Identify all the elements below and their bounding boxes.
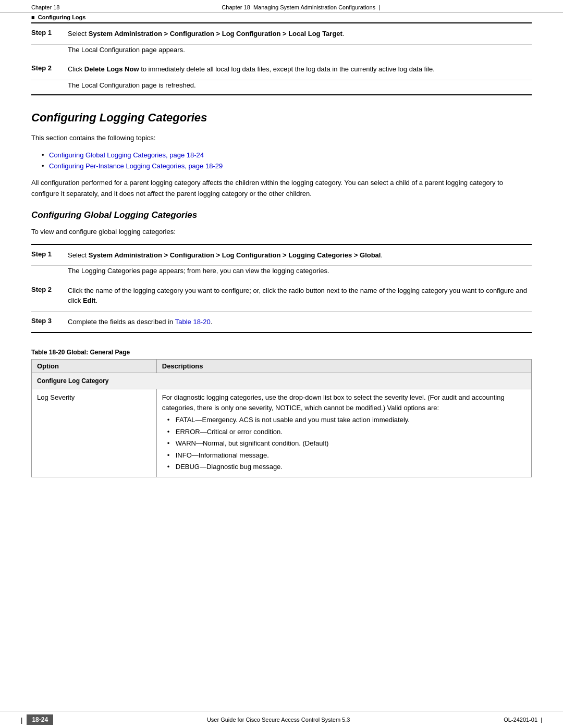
link-1[interactable]: Configuring Global Logging Categories, p… (49, 151, 204, 159)
global-step-content-2: Click the name of the logging category y… (68, 286, 532, 306)
links-list: Configuring Global Logging Categories, p… (31, 150, 532, 172)
bullet-error-text: ERROR—Critical or error condition. (176, 428, 283, 436)
breadcrumb-icon: ■ (31, 14, 36, 20)
main-content: Step 1 Select System Administration > Co… (0, 22, 563, 519)
footer-center: User Guide for Cisco Secure Access Contr… (207, 717, 350, 723)
step-sub-1: The Local Configuration page appears. (31, 45, 532, 59)
step-sub-1-text: The Local Configuration page appears. (68, 46, 185, 54)
breadcrumb-text: Configuring Logs (38, 14, 86, 20)
global-step-row-2: Step 2 Click the name of the logging cat… (31, 280, 532, 312)
bullet-fatal-text: FATAL—Emergency. ACS is not usable and y… (176, 416, 410, 424)
bullet-error: ERROR—Critical or error condition. (167, 427, 526, 437)
bullet-warn: WARN—Normal, but significant condition. … (167, 438, 526, 449)
global-step-label-3: Step 3 (31, 317, 68, 325)
bullet-info: INFO—Informational message. (167, 450, 526, 461)
step-sub-2: The Local Configuration page is refreshe… (31, 80, 532, 95)
step-label-2: Step 2 (31, 64, 68, 72)
step-row-2: Step 2 Click Delete Logs Now to immediat… (31, 59, 532, 80)
global-step-row-3: Step 3 Complete the fields as described … (31, 312, 532, 332)
step-content-2: Click Delete Logs Now to immediately del… (68, 64, 532, 75)
desc-intro: For diagnostic logging categories, use t… (162, 393, 505, 412)
table-label: Table 18-20 Global: General Page (31, 349, 532, 356)
step-sub-2-text: The Local Configuration page is refreshe… (68, 81, 196, 89)
section-row-cell: Configure Log Category (32, 373, 532, 389)
header-bar: | (378, 4, 380, 10)
table-data-row: Log Severity For diagnostic logging cate… (32, 389, 532, 477)
global-step-label-2: Step 2 (31, 286, 68, 293)
steps-section-top: Step 1 Select System Administration > Co… (31, 22, 532, 95)
table-section-row: Configure Log Category (32, 373, 532, 389)
page-footer: | 18-24 User Guide for Cisco Secure Acce… (0, 711, 563, 728)
table-header-row: Option Descriptions (32, 360, 532, 373)
header-chapter-center: Chapter 18 (222, 4, 250, 10)
footer-right: OL-24201-01 | (504, 717, 542, 723)
table-link[interactable]: Table 18-20 (175, 318, 211, 326)
col-descriptions: Descriptions (156, 360, 531, 373)
table-label-text: Table 18-20 Global: General Page (31, 349, 130, 356)
global-general-table: Option Descriptions Configure Log Catego… (31, 359, 532, 477)
bullet-warn-text: WARN—Normal, but significant condition. … (176, 439, 329, 447)
header-title-text: Managing System Administration Configura… (253, 4, 375, 10)
header-title: Chapter 18 Managing System Administratio… (222, 4, 380, 10)
description-cell: For diagnostic logging categories, use t… (156, 389, 531, 477)
footer-doc-id: OL-24201-01 (504, 717, 537, 723)
breadcrumb: ■ Configuring Logs (0, 13, 563, 22)
desc-bullets: FATAL—Emergency. ACS is not usable and y… (162, 415, 526, 472)
global-step-content-3: Complete the fields as described in Tabl… (68, 317, 532, 327)
intro-text: This section contains the following topi… (31, 133, 532, 144)
page-number: 18-24 (27, 714, 53, 725)
subsection-heading: Configuring Global Logging Categories (31, 210, 532, 220)
section-row-text: Configure Log Category (37, 377, 108, 385)
link-item-2[interactable]: Configuring Per-Instance Logging Categor… (42, 161, 532, 172)
link-2[interactable]: Configuring Per-Instance Logging Categor… (49, 162, 223, 170)
chapter-label: Chapter 18 (31, 4, 59, 10)
bullet-info-text: INFO—Informational message. (176, 451, 269, 459)
link-item-1[interactable]: Configuring Global Logging Categories, p… (42, 150, 532, 161)
section-heading: Configuring Logging Categories (31, 111, 532, 125)
body-text: All configuration performed for a parent… (31, 178, 532, 200)
global-step-row-1: Step 1 Select System Administration > Co… (31, 245, 532, 266)
bullet-debug-text: DEBUG—Diagnostic bug message. (176, 463, 283, 471)
steps-section-global: Step 1 Select System Administration > Co… (31, 244, 532, 334)
header-chapter: Chapter 18 (31, 4, 59, 10)
option-cell: Log Severity (32, 389, 157, 477)
step-label-1: Step 1 (31, 29, 68, 36)
step-content-1: Select System Administration > Configura… (68, 29, 532, 39)
step-row-1: Step 1 Select System Administration > Co… (31, 23, 532, 45)
page-header: Chapter 18 Chapter 18 Managing System Ad… (0, 0, 563, 13)
global-step-content-1: Select System Administration > Configura… (68, 250, 532, 261)
footer-bar-left: | (21, 716, 22, 724)
footer-left: | 18-24 (21, 714, 53, 725)
global-step-sub-1: The Logging Categories page appears; fro… (31, 266, 532, 280)
global-step-sub-1-text: The Logging Categories page appears; fro… (68, 267, 329, 275)
col-option: Option (32, 360, 157, 373)
bullet-fatal: FATAL—Emergency. ACS is not usable and y… (167, 415, 526, 425)
global-step-label-1: Step 1 (31, 250, 68, 258)
subsection-intro: To view and configure global logging cat… (31, 227, 532, 238)
bullet-debug: DEBUG—Diagnostic bug message. (167, 462, 526, 472)
